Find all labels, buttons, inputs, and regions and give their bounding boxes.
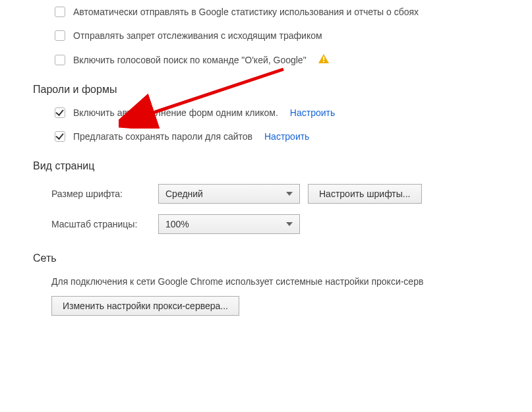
privacy-dnt-label: Отправлять запрет отслеживания с исходящ… — [73, 30, 322, 41]
font-size-row: Размер шрифта: Средний Настроить шрифты.… — [51, 184, 532, 204]
save-passwords-row: Предлагать сохранять пароли для сайтов Н… — [55, 131, 532, 142]
privacy-dnt-checkbox[interactable] — [55, 30, 65, 41]
privacy-voice-search-row: Включить голосовой поиск по команде "О'к… — [55, 54, 532, 65]
network-section-title: Сеть — [33, 252, 532, 264]
autofill-configure-link[interactable]: Настроить — [290, 107, 335, 118]
save-passwords-label: Предлагать сохранять пароли для сайтов — [73, 131, 252, 142]
autofill-row: Включить автозаполнение форм одним клико… — [55, 107, 532, 118]
save-passwords-checkbox[interactable] — [55, 131, 65, 142]
privacy-voice-search-label: Включить голосовой поиск по команде "О'к… — [73, 55, 307, 65]
autofill-checkbox[interactable] — [55, 107, 65, 118]
chevron-down-icon — [286, 222, 293, 226]
customize-fonts-button[interactable]: Настроить шрифты... — [308, 184, 422, 204]
network-description: Для подключения к сети Google Chrome исп… — [51, 276, 532, 287]
appearance-section-title: Вид страниц — [33, 160, 532, 172]
svg-rect-1 — [323, 57, 324, 60]
privacy-dnt-row: Отправлять запрет отслеживания с исходящ… — [55, 30, 532, 41]
font-size-select[interactable]: Средний — [158, 184, 300, 204]
privacy-voice-search-checkbox[interactable] — [55, 55, 65, 65]
warning-icon — [318, 54, 329, 65]
page-zoom-row: Масштаб страницы: 100% — [51, 214, 532, 234]
privacy-usage-stats-label: Автоматически отправлять в Google статис… — [73, 7, 419, 17]
font-size-label: Размер шрифта: — [51, 189, 150, 199]
autofill-label: Включить автозаполнение форм одним клико… — [73, 107, 278, 118]
privacy-usage-stats-checkbox[interactable] — [55, 7, 65, 17]
proxy-settings-button[interactable]: Изменить настройки прокси-сервера... — [51, 296, 239, 316]
page-zoom-value: 100% — [165, 219, 189, 229]
font-size-value: Средний — [165, 189, 203, 199]
page-zoom-label: Масштаб страницы: — [51, 219, 150, 229]
svg-rect-2 — [323, 61, 324, 62]
save-passwords-configure-link[interactable]: Настроить — [264, 131, 309, 142]
privacy-usage-stats-row: Автоматически отправлять в Google статис… — [55, 7, 532, 17]
page-zoom-select[interactable]: 100% — [158, 214, 300, 234]
chevron-down-icon — [286, 192, 293, 196]
passwords-section-title: Пароли и формы — [33, 84, 532, 96]
